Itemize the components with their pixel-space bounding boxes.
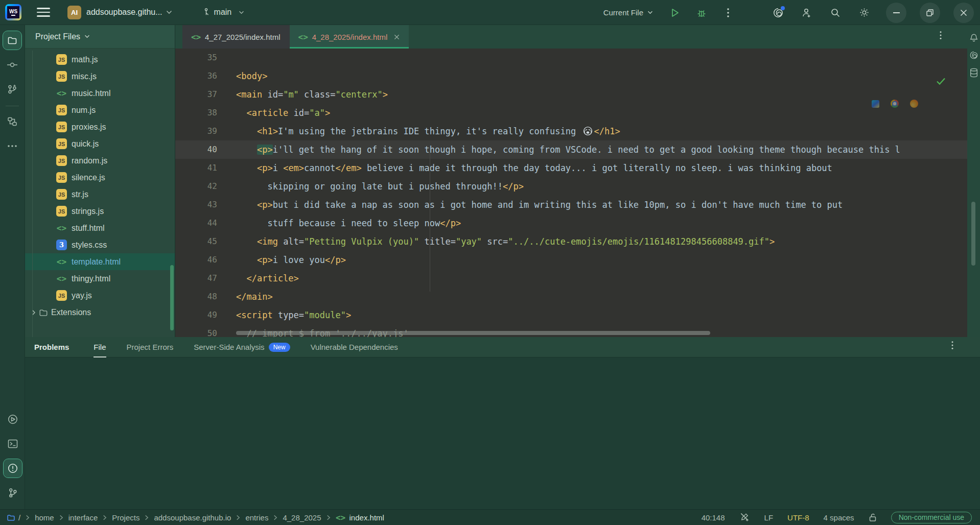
code-text[interactable]: </main> bbox=[236, 288, 273, 306]
code-editor[interactable]: 3536<body>37<main id="m" class="centerx"… bbox=[175, 49, 967, 337]
vcs-branch-widget[interactable]: main bbox=[202, 8, 245, 17]
file-row[interactable]: <>stuff.html bbox=[25, 220, 175, 236]
line-ending-selector[interactable]: LF bbox=[764, 513, 774, 522]
file-row[interactable]: JSmath.js bbox=[25, 51, 175, 68]
code-text[interactable]: <p>i'll get the hang of it soon though i… bbox=[236, 140, 900, 159]
ai-logo-icon[interactable] bbox=[969, 51, 978, 60]
folder-row-extensions[interactable]: Extensions bbox=[25, 304, 175, 321]
code-text[interactable]: <body> bbox=[236, 67, 267, 85]
file-row[interactable]: JSmisc.js bbox=[25, 68, 175, 85]
file-row[interactable]: JSstrings.js bbox=[25, 203, 175, 220]
problems-tab-vulnerable-dependencies[interactable]: Vulnerable Dependencies bbox=[311, 337, 398, 357]
unlocked-icon[interactable] bbox=[869, 513, 877, 522]
code-line[interactable]: 36<body> bbox=[175, 67, 967, 85]
file-row[interactable]: JSnum.js bbox=[25, 102, 175, 118]
project-selector[interactable]: addsoupbase.githu... bbox=[86, 8, 162, 17]
line-number[interactable]: 35 bbox=[175, 49, 217, 67]
code-line[interactable]: 40<p>i'll get the hang of it soon though… bbox=[175, 140, 967, 159]
code-text[interactable]: <p>i love you</p> bbox=[236, 251, 346, 269]
branches-tool-button[interactable] bbox=[3, 80, 21, 99]
code-text[interactable]: <main id="m" class="centerx"> bbox=[236, 85, 388, 104]
line-number[interactable]: 49 bbox=[175, 306, 217, 324]
breadcrumb-item[interactable]: interface bbox=[68, 513, 98, 522]
code-line[interactable]: 37<main id="m" class="centerx"> bbox=[175, 85, 967, 104]
code-line[interactable]: 45<img alt="Petting Vulpix (you)" title=… bbox=[175, 232, 967, 251]
file-row[interactable]: JSproxies.js bbox=[25, 118, 175, 135]
project-tool-button[interactable] bbox=[3, 31, 21, 50]
code-line[interactable]: 44stuff because i need to sleep now</p> bbox=[175, 214, 967, 232]
file-row[interactable]: JSrandom.js bbox=[25, 152, 175, 169]
firefox-icon[interactable] bbox=[910, 100, 918, 108]
close-icon[interactable] bbox=[953, 3, 974, 23]
code-line[interactable]: 48</main> bbox=[175, 288, 967, 306]
commit-tool-button[interactable] bbox=[3, 56, 21, 74]
project-panel-header[interactable]: Project Files bbox=[25, 25, 175, 49]
file-row[interactable]: JSquick.js bbox=[25, 135, 175, 152]
restore-icon[interactable] bbox=[920, 3, 940, 23]
line-number[interactable]: 43 bbox=[175, 196, 217, 214]
more-horizontal-icon[interactable] bbox=[3, 137, 21, 155]
code-line[interactable]: 42skipping or going late but i pushed th… bbox=[175, 177, 967, 196]
encoding-selector[interactable]: UTF-8 bbox=[787, 513, 809, 522]
code-text[interactable]: <p>but i did take a nap as soon as i got… bbox=[236, 196, 843, 214]
git-tool-button[interactable] bbox=[4, 484, 22, 502]
code-line[interactable]: 43<p>but i did take a nap as soon as i g… bbox=[175, 196, 967, 214]
tree-scrollbar[interactable] bbox=[170, 265, 174, 330]
structure-tool-button[interactable] bbox=[3, 112, 21, 131]
line-number[interactable]: 38 bbox=[175, 104, 217, 122]
line-number[interactable]: 37 bbox=[175, 85, 217, 104]
editor-scrollbar[interactable] bbox=[971, 202, 975, 266]
highlight-pen-off-icon[interactable] bbox=[739, 512, 750, 522]
code-line[interactable]: 46<p>i love you</p> bbox=[175, 251, 967, 269]
debug-button[interactable] bbox=[693, 4, 710, 21]
ai-assistant-icon[interactable] bbox=[769, 4, 787, 21]
file-row[interactable]: JSstr.js bbox=[25, 186, 175, 203]
code-text[interactable]: <p>i <em>cannot</em> believe i made it t… bbox=[236, 159, 832, 177]
tabbar-more-icon[interactable] bbox=[940, 31, 942, 39]
file-row[interactable]: <>thingy.html bbox=[25, 270, 175, 287]
bell-icon[interactable] bbox=[969, 33, 978, 42]
line-number[interactable]: 39 bbox=[175, 122, 217, 140]
ai-project-badge[interactable]: AI bbox=[67, 6, 81, 19]
line-number[interactable]: 45 bbox=[175, 232, 217, 251]
file-row[interactable]: 3styles.css bbox=[25, 236, 175, 253]
line-number[interactable]: 44 bbox=[175, 214, 217, 232]
tab-close-icon[interactable] bbox=[394, 34, 400, 40]
line-number[interactable]: 36 bbox=[175, 67, 217, 85]
problems-tab-file[interactable]: File bbox=[94, 337, 106, 357]
search-icon[interactable] bbox=[827, 4, 844, 21]
gear-icon[interactable] bbox=[855, 4, 873, 21]
breadcrumb-item[interactable]: / bbox=[7, 513, 20, 522]
code-text[interactable]: </article> bbox=[236, 269, 299, 288]
indent-selector[interactable]: 4 spaces bbox=[824, 513, 854, 522]
chrome-icon[interactable] bbox=[891, 100, 899, 108]
line-number[interactable]: 47 bbox=[175, 269, 217, 288]
code-text[interactable]: skipping or going late but i pushed thro… bbox=[236, 177, 524, 196]
problems-tab-project-errors[interactable]: Project Errors bbox=[127, 337, 174, 357]
breadcrumb-item[interactable]: home bbox=[35, 513, 54, 522]
more-icon[interactable] bbox=[719, 4, 737, 21]
terminal-tool-button[interactable] bbox=[4, 435, 22, 453]
line-number[interactable]: 50 bbox=[175, 324, 217, 337]
cursor-position[interactable]: 40:148 bbox=[702, 513, 725, 522]
line-number[interactable]: 41 bbox=[175, 159, 217, 177]
editor-tab[interactable]: <>4_27_2025/index.html bbox=[182, 25, 290, 49]
breadcrumb-item[interactable]: 4_28_2025 bbox=[283, 513, 321, 522]
breadcrumb-item[interactable]: entries bbox=[245, 513, 268, 522]
file-row[interactable]: <>music.html bbox=[25, 85, 175, 102]
main-menu-icon[interactable] bbox=[37, 8, 50, 17]
webstorm-preview-icon[interactable] bbox=[872, 100, 879, 108]
problems-tab-server-side-analysis[interactable]: Server-Side AnalysisNew bbox=[194, 337, 290, 357]
horizontal-scrollbar[interactable] bbox=[236, 331, 710, 335]
code-line[interactable]: 49<script type="module"> bbox=[175, 306, 967, 324]
breadcrumb-item[interactable]: addsoupbase.github.io bbox=[154, 513, 231, 522]
code-text[interactable]: <article id="a"> bbox=[236, 104, 330, 122]
minimize-icon[interactable] bbox=[886, 3, 906, 23]
breadcrumb-item[interactable]: Projects bbox=[112, 513, 139, 522]
code-text[interactable]: <img alt="Petting Vulpix (you)" title="y… bbox=[236, 232, 775, 251]
database-icon[interactable] bbox=[969, 68, 978, 78]
code-text[interactable]: <script type="module"> bbox=[236, 306, 351, 324]
code-line[interactable]: 39<h1>I'm using the jetbrains IDE thingy… bbox=[175, 122, 967, 140]
code-text[interactable]: <h1>I'm using the jetbrains IDE thingy, … bbox=[236, 122, 620, 140]
file-row[interactable]: JSyay.js bbox=[25, 287, 175, 304]
